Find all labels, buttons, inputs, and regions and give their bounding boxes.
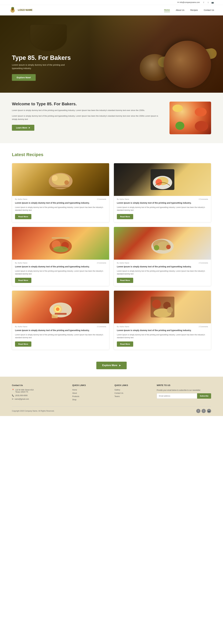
footer-quicklinks-1-col: QUICK LINKS HomeAboutProductsShop [72, 384, 109, 402]
top-bar: ✉ info@companyname.com f t 📷 [0, 0, 223, 5]
food-visual-5 [12, 291, 109, 323]
hero-subtitle: Lorem Ipsum is simply dummy text of the … [12, 63, 68, 70]
address-line2: Texas 10024 TX [15, 391, 28, 393]
svg-point-20 [166, 245, 171, 249]
recipe-headline-2: Lorem Ipsum is simply dummy text of the … [117, 202, 208, 204]
footer-columns: Contact Us 📍 110 W 44th Street #GA Texas… [12, 384, 211, 402]
recipe-image-2 [114, 163, 211, 196]
footer-newsletter-col: WRITE TO US Provide your email below to … [157, 384, 211, 402]
explore-arrow-icon: ➤ [119, 364, 121, 367]
read-more-button-2[interactable]: Read More [117, 214, 133, 219]
recipe-excerpt-6: Lorem Ipsum is simply dummy text of the … [117, 334, 208, 339]
footer-quicklink-1-4[interactable]: Shop [72, 399, 109, 401]
explore-now-button[interactable]: Explore Now! [12, 74, 36, 81]
footer-quicklinks-2-title: QUICK LINKS [114, 384, 151, 386]
read-more-button-6[interactable]: Read More [117, 342, 133, 347]
quick-links-1-list: HomeAboutProductsShop [72, 389, 109, 401]
hero-title: Type 85. For Bakers [12, 54, 71, 62]
footer-quicklink-2-2[interactable]: Contact Us [114, 392, 151, 394]
svg-point-5 [64, 180, 69, 185]
nav-about[interactable]: About Us [176, 8, 184, 12]
explore-more-label: Explore More [102, 364, 117, 367]
header: LOGO NAME Home About Us Recipes Contact … [0, 5, 223, 16]
food-item-2 [195, 108, 207, 116]
food-svg-1 [46, 166, 76, 193]
recipe-comments-5: 2 Comments [97, 326, 106, 328]
logo[interactable]: LOGO NAME [9, 6, 33, 14]
footer-quicklinks-1-title: QUICK LINKS [72, 384, 109, 386]
food-svg-6 [148, 294, 177, 320]
subscribe-button[interactable]: Subscribe [197, 393, 211, 399]
footer-quicklink-1-3[interactable]: Products [72, 395, 109, 398]
food-visual-1 [12, 163, 109, 196]
nav-recipes[interactable]: Recipes [190, 8, 198, 12]
logo-text: LOGO NAME [18, 8, 33, 12]
recipe-card-body-6: By: Author Name 2 Comments Lorem Ipsum i… [114, 323, 211, 350]
email-icon: ✉ [177, 1, 179, 4]
footer-twitter-icon[interactable]: t [201, 409, 206, 413]
footer-quicklink-2-3[interactable]: Teams [114, 395, 151, 398]
recipe-headline-5: Lorem Ipsum is simply dummy text of the … [15, 329, 106, 332]
recipe-author-3: By: Author Name [15, 262, 27, 264]
recipe-author-2: By: Author Name [117, 198, 129, 200]
recipe-card-body-1: By: Author Name 2 Comments Lorem Ipsum i… [12, 196, 109, 222]
recipe-meta-3: By: Author Name 2 Comments [15, 262, 106, 264]
newsletter-email-input[interactable] [157, 393, 197, 399]
hero-section: Type 85. For Bakers Lorem Ipsum is simpl… [0, 16, 223, 93]
food-visual-3 [12, 227, 109, 260]
footer-quicklink-1-1[interactable]: Home [72, 389, 109, 391]
recipe-author-1: By: Author Name [15, 198, 27, 200]
footer-quicklinks-2-col: QUICK LINKS GalleryContact UsTeams [114, 384, 151, 402]
recipe-headline-4: Lorem Ipsum is simply dummy text of the … [117, 265, 208, 268]
recipe-image-5 [12, 291, 109, 323]
footer-phone: 📞 (919) 000-0000 [12, 394, 66, 396]
learn-more-button[interactable]: Learn More ➤ [12, 125, 34, 131]
recipe-headline-3: Lorem Ipsum is simply dummy text of the … [15, 265, 106, 268]
footer-quicklink-2-1[interactable]: Gallery [114, 389, 151, 391]
recipe-meta-5: By: Author Name 2 Comments [15, 326, 106, 328]
recipe-card-body-3: By: Author Name 2 Comments Lorem Ipsum i… [12, 260, 109, 286]
recipe-card-body-4: By: Author Name 2 Comments Lorem Ipsum i… [114, 260, 211, 286]
topbar-email: ✉ info@companyname.com [177, 1, 200, 4]
food-visual-4 [114, 227, 211, 260]
food-svg-3 [46, 230, 76, 257]
nav-contact[interactable]: Contact Us [204, 8, 214, 12]
instagram-icon[interactable]: 📷 [211, 1, 214, 4]
recipe-meta-4: By: Author Name 2 Comments [117, 262, 208, 264]
quick-links-2-list: GalleryContact UsTeams [114, 389, 151, 398]
nav-home[interactable]: Home [164, 8, 170, 12]
footer-contact-title: Contact Us [12, 384, 66, 386]
svg-point-19 [154, 245, 159, 250]
recipe-card-5: By: Author Name 2 Comments Lorem Ipsum i… [12, 290, 109, 350]
recipe-comments-1: 2 Comments [97, 198, 106, 200]
read-more-button-3[interactable]: Read More [15, 278, 31, 283]
topbar-social: f t 📷 [202, 1, 214, 4]
recipes-section-title: Latest Recipes [12, 152, 211, 157]
footer-contact-col: Contact Us 📍 110 W 44th Street #GA Texas… [12, 384, 66, 402]
footer-facebook-icon[interactable]: f [196, 409, 200, 413]
footer-quicklink-1-2[interactable]: About [72, 392, 109, 394]
svg-rect-15 [52, 237, 70, 238]
recipe-image-1 [12, 163, 109, 196]
recipe-comments-2: 2 Comments [199, 198, 208, 200]
explore-more-button[interactable]: Explore More ➤ [96, 362, 127, 369]
svg-point-31 [167, 307, 173, 313]
food-item-4 [195, 121, 208, 131]
read-more-button-4[interactable]: Read More [117, 278, 133, 283]
facebook-icon[interactable]: f [202, 1, 205, 4]
read-more-button-5[interactable]: Read More [15, 342, 31, 347]
twitter-icon[interactable]: t [207, 1, 210, 4]
logo-icon [9, 6, 16, 14]
footer-newsletter-text: Provide your email below to subscribe to… [157, 389, 211, 392]
food-item-1 [172, 104, 183, 112]
footer-instagram-icon[interactable]: 📷 [207, 409, 211, 413]
recipes-section: Latest Recipes [0, 143, 223, 359]
recipes-grid: By: Author Name 2 Comments Lorem Ipsum i… [12, 163, 211, 350]
phone-icon: 📞 [12, 394, 14, 396]
address-line1: 110 W 44th Street #GA [15, 389, 34, 391]
mail-icon: ✉ [12, 398, 13, 400]
food-svg-5 [46, 294, 76, 320]
read-more-button-1[interactable]: Read More [15, 214, 31, 219]
welcome-content: Welcome to Type 85. For Bakers. Lorem Ip… [12, 102, 161, 131]
section-title-plain: Latest [12, 152, 26, 157]
